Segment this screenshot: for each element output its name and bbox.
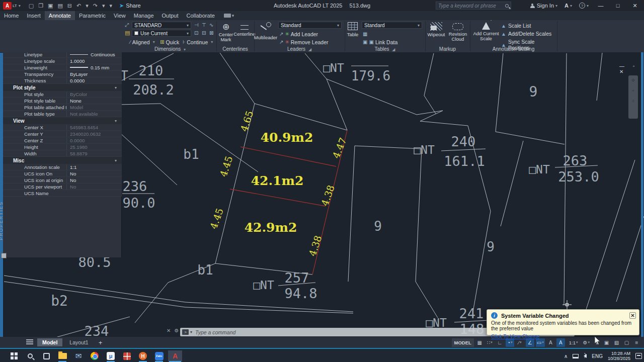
palette-tab-title[interactable]: PROPERTIES	[0, 201, 4, 240]
scale-list-button[interactable]: ▲ Scale List	[501, 23, 531, 29]
multileader-button[interactable]: Multileader	[255, 22, 276, 40]
panel-label-markup[interactable]: Markup	[426, 46, 469, 52]
quick-dimension-button[interactable]: ⊞ Quick	[160, 39, 179, 45]
property-value[interactable]: 545983.8454	[66, 125, 122, 130]
command-icon[interactable]: >	[182, 329, 189, 335]
center-mark-button[interactable]: ⊕ Center Mark	[217, 22, 234, 42]
taskbar-task-view-icon[interactable]	[39, 350, 53, 361]
add-current-scale-button[interactable]: Add Current Scale	[473, 22, 499, 41]
maximize-button[interactable]: □	[613, 3, 623, 9]
property-value[interactable]: 0.0000	[66, 78, 122, 83]
add-delete-scales-button[interactable]: ▲ Add/Delete Scales	[501, 31, 551, 37]
qat-tool-icon[interactable]: ⊟	[67, 3, 72, 9]
property-value[interactable]: 2340020.0632	[66, 131, 122, 137]
command-recent-caret-icon[interactable]: ▾	[190, 330, 192, 334]
search-icon[interactable]	[505, 4, 509, 8]
minimize-button[interactable]: —	[596, 3, 606, 9]
taskbar-start-icon[interactable]	[7, 350, 21, 361]
language-indicator[interactable]: ENG	[592, 353, 603, 359]
network-icon[interactable]	[573, 354, 579, 358]
tab-collaborate[interactable]: Collaborate	[183, 11, 219, 20]
model-space-label[interactable]: MODEL	[452, 338, 474, 347]
multileader-style-dropdown[interactable]: Standard▾	[278, 22, 342, 29]
command-input[interactable]: Type a command	[195, 329, 235, 335]
search-input[interactable]: Type a keyword or phrase	[436, 2, 511, 10]
section-header-misc[interactable]: Misc▾	[3, 157, 122, 164]
palette-tab-icon[interactable]	[1, 253, 7, 258]
autocad-logo-icon[interactable]: A	[3, 2, 12, 10]
property-value[interactable]: 0.0000	[66, 138, 122, 143]
dim-tool-icon[interactable]: ⊠	[209, 30, 213, 36]
taskbar-h-app-icon[interactable]: H	[136, 350, 150, 361]
action-center-icon[interactable]	[635, 353, 642, 359]
grid-display-icon[interactable]: ▦	[475, 338, 484, 347]
dim-tool-icon[interactable]: ⊣	[194, 22, 199, 28]
layout-menu-icon[interactable]	[26, 339, 33, 340]
dim-tool-icon[interactable]: ∿	[209, 22, 213, 28]
notification-close-icon[interactable]: ✕	[629, 312, 636, 319]
tab-insert[interactable]: Insert	[23, 11, 45, 20]
app-menu-caret-icon[interactable]: ▾	[19, 4, 21, 8]
panel-label-dimensions[interactable]: Dimensions ▾	[124, 46, 216, 52]
table-button[interactable]: Table	[346, 22, 360, 37]
tab-home[interactable]: Home	[0, 11, 23, 20]
taskbar-zalo-icon[interactable]: Zalo	[152, 350, 166, 361]
property-value[interactable]: Continuous	[66, 52, 122, 57]
taskbar-grid-app-icon[interactable]	[120, 350, 134, 361]
qat-tool-icon[interactable]: ▣	[48, 3, 53, 9]
property-value[interactable]: ByLayer	[66, 71, 122, 77]
property-value[interactable]: 25.1980	[66, 144, 122, 150]
navigation-bar[interactable]: ✥⌖±	[628, 75, 638, 119]
tray-expand-icon[interactable]: ∧	[564, 353, 568, 359]
taskbar-autocad-icon[interactable]: A	[168, 350, 182, 361]
clock[interactable]: 10:28 AM10/28/2025	[608, 351, 630, 361]
dimension-layer-dropdown[interactable]: Use Current▾	[132, 30, 191, 37]
speaker-icon[interactable]	[584, 354, 587, 358]
autodesk-app-button[interactable]: A ▾	[565, 3, 572, 9]
property-value[interactable]: No	[66, 184, 122, 190]
dimension-style-dropdown[interactable]: STANDARD▾	[132, 22, 191, 29]
drawing-window-buttons[interactable]: — ▫ ✕	[619, 63, 644, 74]
property-value[interactable]: Not available	[66, 111, 122, 117]
command-customize-icon[interactable]: ⚙	[174, 328, 179, 333]
tab-annotate[interactable]: Annotate	[45, 11, 75, 20]
qat-tool-icon[interactable]: ❐	[38, 3, 43, 9]
property-value[interactable]: No	[66, 177, 122, 183]
taskbar-file-explorer-icon[interactable]	[55, 350, 69, 361]
property-value[interactable]: No	[66, 171, 122, 176]
property-value[interactable]: 1.0000	[66, 58, 122, 64]
add-layout-button[interactable]: +	[96, 339, 106, 346]
drawing-right-scrollbar[interactable]	[641, 52, 643, 337]
property-value[interactable]: Model	[66, 105, 122, 110]
tab-output[interactable]: Output	[158, 11, 183, 20]
taskbar-mu-app-icon[interactable]: μ	[104, 350, 118, 361]
tab-view[interactable]: View	[110, 11, 130, 20]
qat-tool-icon[interactable]: ▾	[86, 3, 89, 9]
property-value[interactable]: ByColor	[66, 92, 122, 97]
share-button[interactable]: ➤ Share	[119, 3, 141, 9]
layout-tab-layout1[interactable]: Layout1	[64, 338, 93, 346]
taskbar-chrome-icon[interactable]	[88, 350, 102, 361]
panel-label-tables[interactable]: Tables ◢	[346, 46, 424, 52]
dim-tool-icon[interactable]: ⊤	[202, 22, 206, 28]
add-leader-button[interactable]: ↗ ✳ Add Leader	[279, 31, 318, 37]
ribbon-options-button[interactable]: ▾	[224, 11, 234, 20]
qat-tool-icon[interactable]: ↷	[93, 3, 98, 9]
qat-tool-icon[interactable]: ↶	[76, 3, 81, 9]
tab-parametric[interactable]: Parametric	[75, 11, 110, 20]
property-value[interactable]: 1:1	[66, 164, 122, 170]
remove-leader-button[interactable]: ↗ ✳ Remove Leader	[279, 39, 329, 45]
qat-tool-icon[interactable]: ▾	[102, 3, 105, 9]
property-value[interactable]: None	[66, 98, 122, 104]
layout-tab-model[interactable]: Model	[37, 338, 62, 346]
section-header-view[interactable]: View▾	[3, 117, 122, 124]
section-header-plot-style[interactable]: Plot style▾	[3, 84, 122, 91]
panel-label-leaders[interactable]: Leaders ◢	[255, 46, 344, 52]
panel-label-centerlines[interactable]: Centerlines	[217, 46, 253, 52]
continue-dimension-button[interactable]: ⊦ Continue▾	[183, 39, 213, 45]
qat-tool-icon[interactable]: ▤	[57, 3, 62, 9]
qat-tool-icon[interactable]: ▾	[110, 3, 113, 9]
table-style-dropdown[interactable]: Standard▾	[362, 22, 422, 29]
sign-in-button[interactable]: Sign In ▾	[530, 3, 557, 9]
property-value[interactable]: 58.8879	[66, 151, 122, 156]
